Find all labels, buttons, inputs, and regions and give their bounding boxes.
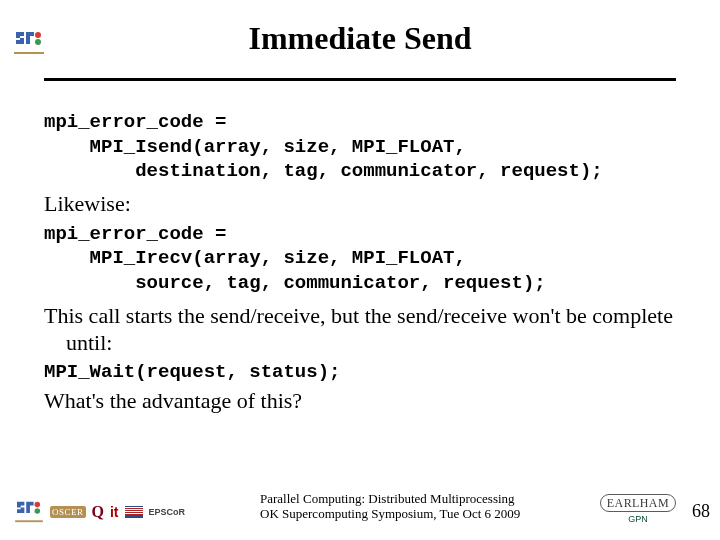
footer-line-2: OK Supercomputing Symposium, Tue Oct 6 2… [260, 506, 520, 522]
text-explain: This call starts the send/receive, but t… [44, 302, 676, 357]
it-logo: it [110, 500, 119, 524]
footer-caption: Parallel Computing: Distributed Multipro… [260, 491, 520, 522]
text-likewise: Likewise: [44, 190, 676, 218]
svg-rect-13 [125, 512, 143, 513]
slide-title: Immediate Send [0, 20, 720, 57]
title-underline [44, 78, 676, 81]
svg-point-4 [35, 508, 41, 514]
oscer-logo: OSCER [50, 500, 86, 524]
svg-rect-5 [15, 520, 43, 522]
svg-rect-9 [125, 511, 143, 512]
epscor-logo: EPSCoR [149, 500, 186, 524]
gpn-logo: GPN [628, 514, 648, 524]
svg-rect-10 [125, 513, 143, 514]
text-question: What's the advantage of this? [44, 387, 676, 415]
code-irecv: mpi_error_code = MPI_Irecv(array, size, … [44, 222, 676, 296]
footer-logos: OSCER Q it EPSCoR [14, 500, 185, 524]
sc-logo-footer-icon [14, 500, 44, 524]
svg-point-3 [35, 502, 41, 508]
footer: OSCER Q it EPSCoR Parallel Computing: Di… [0, 478, 720, 524]
flag-icon [125, 500, 143, 524]
page-number: 68 [692, 501, 710, 522]
content-area: mpi_error_code = MPI_Isend(array, size, … [44, 110, 676, 418]
svg-rect-14 [125, 514, 143, 515]
ou-logo: Q [92, 500, 104, 524]
svg-rect-11 [125, 508, 143, 509]
earlham-logo: EARLHAM [600, 494, 676, 512]
footer-line-1: Parallel Computing: Distributed Multipro… [260, 491, 520, 507]
code-isend: mpi_error_code = MPI_Isend(array, size, … [44, 110, 676, 184]
code-wait: MPI_Wait(request, status); [44, 361, 676, 383]
svg-rect-8 [125, 509, 143, 510]
svg-rect-7 [125, 507, 143, 508]
slide: Immediate Send mpi_error_code = MPI_Isen… [0, 0, 720, 540]
svg-rect-12 [125, 510, 143, 511]
footer-right-logos: EARLHAM GPN [600, 494, 676, 524]
